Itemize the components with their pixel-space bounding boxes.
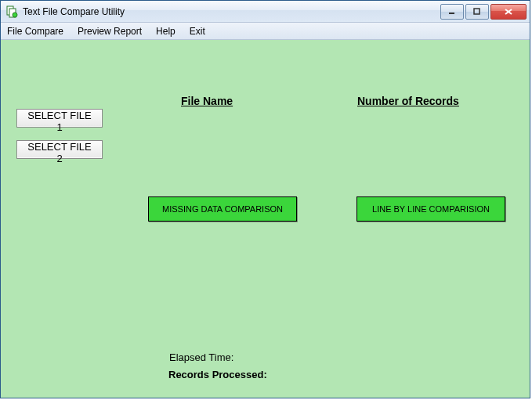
title-bar: Text File Compare Utility — [1, 1, 530, 23]
maximize-icon — [473, 8, 481, 16]
menu-bar: File Compare Preview Report Help Exit — [1, 23, 530, 40]
close-button[interactable] — [490, 4, 527, 20]
missing-data-comparison-button[interactable]: MISSING DATA COMPARISON — [148, 196, 297, 222]
app-window: Text File Compare Utility File Compare P… — [0, 0, 530, 398]
records-processed-label: Records Processed: — [168, 369, 267, 380]
select-file-2-button[interactable]: SELECT FILE 2 — [16, 140, 103, 159]
window-controls — [440, 4, 527, 20]
elapsed-time-label: Elapsed Time: — [169, 351, 233, 363]
minimize-button[interactable] — [440, 4, 464, 20]
number-of-records-header: Number of Records — [357, 95, 459, 107]
line-by-line-comparison-button[interactable]: LINE BY LINE COMPARISION — [356, 196, 505, 222]
menu-help[interactable]: Help — [154, 24, 177, 38]
content-area: File Name Number of Records SELECT FILE … — [1, 40, 530, 398]
maximize-button[interactable] — [465, 4, 489, 20]
close-icon — [504, 8, 513, 16]
menu-preview-report[interactable]: Preview Report — [76, 24, 143, 38]
minimize-icon — [448, 8, 456, 16]
menu-exit[interactable]: Exit — [188, 24, 207, 38]
window-title: Text File Compare Utility — [23, 6, 440, 17]
svg-point-2 — [13, 13, 17, 17]
select-file-1-button[interactable]: SELECT FILE 1 — [16, 109, 103, 128]
file-name-header: File Name — [181, 95, 233, 107]
app-icon — [5, 5, 18, 18]
menu-file-compare[interactable]: File Compare — [5, 24, 65, 38]
svg-rect-4 — [474, 9, 480, 14]
